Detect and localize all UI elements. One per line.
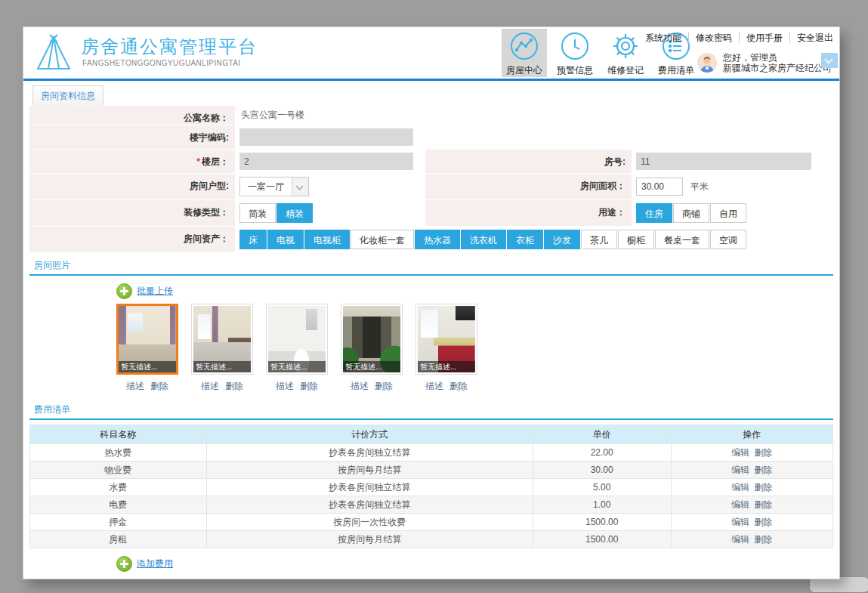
photo-describe-link[interactable]: 描述 [201, 381, 219, 391]
photo-describe-link[interactable]: 描述 [126, 381, 144, 391]
photo-item: 暂无描述... 描述删除 [116, 304, 178, 393]
photo-thumbnail-corridor[interactable]: 暂无描述... [341, 304, 403, 375]
link-user-manual[interactable]: 使用手册 [739, 32, 789, 43]
edit-link[interactable]: 编辑 [731, 534, 749, 545]
asset-option-dining-set[interactable]: 餐桌一套 [655, 230, 709, 249]
photo-describe-link[interactable]: 描述 [276, 381, 294, 391]
delete-link[interactable]: 删除 [754, 499, 772, 510]
cell-price: 5.00 [533, 479, 672, 496]
cell-pricing: 抄表各房间独立结算 [207, 479, 533, 496]
photo-thumbnail-bathroom[interactable]: 暂无描述... [266, 304, 328, 375]
photo-thumbnail-kitchen[interactable]: 暂无描述... [415, 304, 477, 375]
table-row: 房租 按房间每月结算 1500.00 编辑删除 [30, 531, 832, 548]
form-row-building-code: 楼宇编码: [29, 125, 833, 150]
add-fee-row: 添加费用 [116, 556, 839, 572]
photo-overlay-text: 暂无描述... [268, 361, 326, 372]
photo-delete-link[interactable]: 删除 [225, 381, 243, 391]
cell-pricing: 按房间每月结算 [207, 531, 533, 548]
asset-option-tv-cabinet[interactable]: 电视柜 [304, 230, 350, 249]
table-row: 电费 抄表各房间独立结算 1.00 编辑删除 [30, 496, 832, 514]
col-actions: 操作 [672, 425, 832, 444]
photo-delete-link[interactable]: 删除 [150, 381, 168, 391]
add-plus-icon[interactable] [116, 283, 132, 299]
assets-label: 房间资产： [29, 227, 235, 252]
asset-option-tea-table[interactable]: 茶几 [581, 230, 617, 249]
cell-subject: 热水费 [30, 444, 207, 462]
tab-room-info[interactable]: 房间资料信息 [32, 85, 103, 106]
nav-item-warning-info[interactable]: 预警信息 [552, 29, 598, 77]
cell-pricing: 按房间每月结算 [207, 462, 533, 479]
edit-link[interactable]: 编辑 [731, 499, 749, 510]
edit-link[interactable]: 编辑 [731, 482, 749, 493]
asset-option-dresser-set[interactable]: 化妆柜一套 [351, 230, 414, 249]
user-avatar [697, 53, 717, 73]
room-area-unit: 平米 [690, 181, 709, 193]
link-change-password[interactable]: 修改密码 [688, 32, 739, 43]
photo-item: 暂无描述... 描述删除 [415, 304, 477, 393]
usage-option-residence[interactable]: 住房 [636, 203, 672, 223]
fees-table: 科目名称 计价方式 单价 操作 热水费 抄表各房间独立结算 22.00 编辑删除… [29, 425, 833, 548]
delete-link[interactable]: 删除 [754, 534, 772, 545]
edit-link[interactable]: 编辑 [731, 517, 749, 527]
asset-option-cupboard[interactable]: 橱柜 [618, 230, 654, 249]
app-title: 房舍通公寓管理平台 [81, 35, 258, 59]
decoration-option-fine[interactable]: 精装 [276, 203, 313, 223]
photo-describe-link[interactable]: 描述 [351, 381, 369, 391]
asset-option-washer[interactable]: 洗衣机 [461, 230, 506, 249]
add-plus-icon[interactable] [116, 556, 132, 572]
batch-upload-row: 批量上传 [116, 283, 839, 299]
photo-list: 暂无描述... 描述删除 暂无描述... 描述删除 暂无描述... 描述删除 暂… [116, 304, 839, 393]
floor-input[interactable] [239, 153, 413, 170]
batch-upload-link[interactable]: 批量上传 [137, 285, 173, 298]
form-row-assets: 房间资产： 床 电视 电视柜 化妆柜一套 热水器 洗衣机 衣柜 沙发 茶几 橱柜… [29, 227, 833, 253]
decoration-option-simple[interactable]: 简装 [239, 203, 276, 223]
room-type-label: 房间户型: [29, 174, 235, 199]
asset-option-ac[interactable]: 空调 [710, 230, 746, 249]
cell-pricing: 抄表各房间独立结算 [207, 444, 533, 462]
room-no-input[interactable] [636, 153, 811, 170]
delete-link[interactable]: 删除 [754, 517, 772, 527]
user-greeting: 您好，管理员 [723, 52, 832, 63]
link-safe-logout[interactable]: 安全退出 [789, 32, 833, 43]
photo-delete-link[interactable]: 删除 [375, 381, 393, 391]
photo-thumbnail-room-with-desk[interactable]: 暂无描述... [116, 304, 178, 375]
photo-thumbnail-room-with-bed[interactable]: 暂无描述... [191, 304, 253, 375]
delete-link[interactable]: 删除 [754, 465, 772, 475]
room-area-input[interactable] [636, 178, 683, 196]
edit-link[interactable]: 编辑 [731, 465, 749, 475]
photo-delete-link[interactable]: 删除 [449, 381, 468, 391]
asset-option-tv[interactable]: 电视 [267, 230, 304, 249]
photo-overlay-text: 暂无描述... [119, 361, 176, 372]
floor-label: *楼层： [29, 150, 235, 173]
photo-describe-link[interactable]: 描述 [425, 381, 443, 391]
usage-option-self-use[interactable]: 自用 [710, 203, 746, 223]
cell-subject: 水费 [30, 479, 207, 496]
user-info: 您好，管理员 新疆城市之家房产经纪公司 [697, 52, 832, 73]
asset-option-sofa[interactable]: 沙发 [544, 230, 580, 249]
delete-link[interactable]: 删除 [754, 482, 772, 493]
delete-link[interactable]: 删除 [754, 447, 772, 458]
add-fee-link[interactable]: 添加费用 [137, 557, 173, 570]
edit-link[interactable]: 编辑 [731, 447, 749, 458]
photo-overlay-text: 暂无描述... [193, 361, 251, 372]
usage-option-shop[interactable]: 商铺 [673, 203, 709, 223]
fees-section-divider [29, 418, 833, 420]
cell-subject: 电费 [30, 496, 207, 514]
cell-price: 1.00 [533, 496, 672, 514]
header-collapse-button[interactable] [821, 53, 838, 68]
col-price: 单价 [533, 425, 672, 444]
nav-item-house-center[interactable]: 房屋中心 [502, 29, 547, 77]
clock-icon [552, 31, 598, 63]
asset-option-wardrobe[interactable]: 衣柜 [507, 230, 543, 249]
building-code-input[interactable] [239, 128, 413, 146]
asset-option-water-heater[interactable]: 热水器 [415, 230, 460, 249]
room-type-select[interactable]: 一室一厅 [239, 177, 309, 196]
cell-subject: 押金 [30, 514, 207, 531]
photo-overlay-text: 暂无描述... [343, 361, 400, 372]
link-system-functions[interactable]: 系统功能 [638, 32, 688, 43]
asset-option-bed[interactable]: 床 [239, 230, 267, 249]
select-chevron-icon [292, 178, 308, 196]
col-pricing: 计价方式 [207, 425, 533, 444]
photo-delete-link[interactable]: 删除 [300, 381, 318, 391]
room-info-form: 公寓名称： 头宫公寓一号楼 楼宇编码: *楼层： 房号: 房间户型: 一室一厅 [29, 106, 833, 253]
